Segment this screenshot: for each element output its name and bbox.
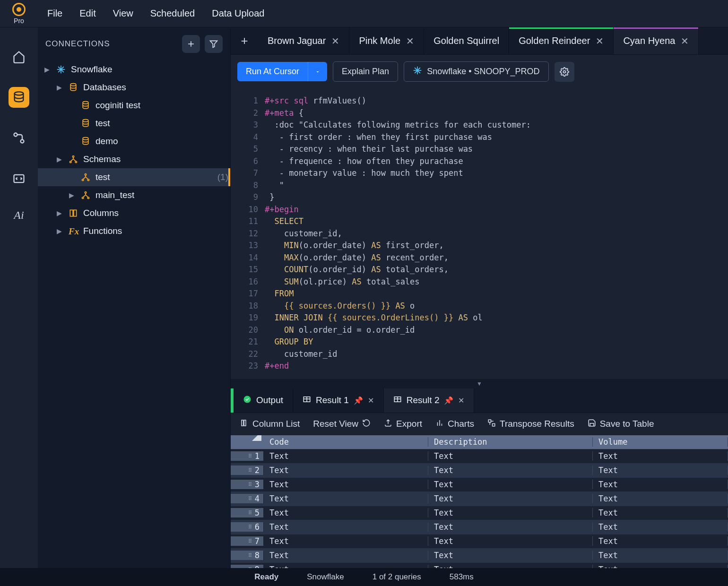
tree-item-schemas[interactable]: ▶ Schemas (38, 150, 230, 168)
code-line[interactable]: ON ol.order_id = o.order_id (265, 324, 728, 336)
nav-home-icon[interactable] (9, 46, 29, 67)
table-cell[interactable]: Text (264, 451, 428, 461)
table-cell[interactable]: Text (428, 508, 593, 517)
column-header[interactable]: Code (264, 437, 428, 447)
menu-view[interactable]: View (113, 8, 133, 19)
close-icon[interactable]: ✕ (406, 35, 414, 47)
code-line[interactable]: #+src sql rfmValues() (265, 95, 728, 107)
table-row[interactable]: ⠿8TextTextText (231, 549, 728, 563)
table-cell[interactable]: Text (428, 451, 593, 461)
editor-tab[interactable]: Cyan Hyena✕ (614, 27, 699, 54)
nav-code-icon[interactable] (9, 168, 29, 189)
close-icon[interactable]: ✕ (331, 35, 339, 47)
column-header[interactable]: Description (428, 437, 593, 447)
table-cell[interactable]: Text (264, 494, 428, 503)
code-line[interactable]: :doc "Calculates following metrics for e… (265, 119, 728, 131)
table-row[interactable]: ⠿4TextTextText (231, 492, 728, 506)
code-line[interactable]: #+meta { (265, 107, 728, 120)
filter-button[interactable] (205, 35, 223, 53)
table-cell[interactable]: Text (593, 465, 728, 475)
result-tab[interactable]: Result 1📌✕ (293, 388, 384, 413)
close-icon[interactable]: ✕ (368, 396, 374, 405)
tree-item-functions[interactable]: ▶ Fx Functions (38, 222, 230, 240)
row-number[interactable]: ⠿8 (231, 551, 264, 560)
column-header[interactable]: Volume (593, 437, 728, 447)
close-icon[interactable]: ✕ (458, 396, 464, 405)
table-cell[interactable]: Text (264, 522, 428, 532)
table-cell[interactable]: Text (264, 536, 428, 546)
row-number[interactable]: ⠿9 (231, 565, 264, 568)
tree-item-demo[interactable]: demo (38, 132, 230, 150)
code-line[interactable]: #+begin (265, 204, 728, 216)
table-cell[interactable]: Text (264, 480, 428, 489)
table-cell[interactable]: Text (428, 536, 593, 546)
code-line[interactable]: MIN(o.order_date) AS first_order, (265, 240, 728, 252)
table-cell[interactable]: Text (428, 522, 593, 532)
code-line[interactable]: } (265, 191, 728, 204)
table-cell[interactable]: Text (593, 565, 728, 568)
row-number[interactable]: ⠿3 (231, 480, 264, 489)
table-cell[interactable]: Text (428, 494, 593, 503)
table-row[interactable]: ⠿7TextTextText (231, 534, 728, 549)
table-cell[interactable]: Text (593, 508, 728, 517)
nav-ai-icon[interactable]: Ai (14, 209, 24, 222)
table-cell[interactable]: Text (593, 494, 728, 503)
table-row[interactable]: ⠿6TextTextText (231, 520, 728, 534)
menu-file[interactable]: File (47, 8, 62, 19)
save-to-table-button[interactable]: Save to Table (588, 419, 654, 430)
nav-database-icon[interactable] (9, 87, 29, 108)
row-number[interactable]: ⠿2 (231, 465, 264, 475)
settings-button[interactable] (555, 62, 574, 82)
code-line[interactable]: #+end (265, 360, 728, 372)
tree-item-coginiti-test[interactable]: coginiti test (38, 96, 230, 114)
table-cell[interactable]: Text (264, 551, 428, 560)
table-cell[interactable]: Text (593, 451, 728, 461)
table-cell[interactable]: Text (428, 551, 593, 560)
run-dropdown[interactable] (308, 62, 327, 81)
table-cell[interactable]: Text (428, 480, 593, 489)
pane-splitter[interactable]: ▼ (231, 379, 728, 388)
table-cell[interactable]: Text (428, 465, 593, 475)
code-line[interactable]: " (265, 180, 728, 192)
editor-tab[interactable]: Golden Squirrel (424, 27, 509, 54)
transpose-results-button[interactable]: Transpose Results (487, 419, 574, 430)
code-line[interactable]: FROM (265, 288, 728, 300)
row-number[interactable]: ⠿7 (231, 536, 264, 546)
row-number[interactable]: ⠿6 (231, 522, 264, 532)
editor-tab[interactable]: Pink Mole✕ (349, 27, 424, 54)
code-line[interactable]: - recency : when their last purchase was (265, 143, 728, 155)
row-number[interactable]: ⠿5 (231, 508, 264, 517)
new-tab-button[interactable]: + (231, 27, 258, 54)
tree-item-test[interactable]: test (38, 114, 230, 132)
result-tab[interactable]: Result 2📌✕ (384, 388, 475, 413)
tree-item-main_test[interactable]: ▶ main_test (38, 186, 230, 204)
column-list-button[interactable]: Column List (240, 419, 300, 430)
connection-chip[interactable]: Snowflake • SNOOPY_PROD (404, 61, 548, 82)
table-cell[interactable]: Text (593, 536, 728, 546)
pin-icon[interactable]: 📌 (444, 396, 453, 405)
close-icon[interactable]: ✕ (681, 35, 689, 47)
code-line[interactable]: - monetary value : how much they spent (265, 167, 728, 180)
code-line[interactable]: customer_id, (265, 228, 728, 240)
table-cell[interactable]: Text (264, 508, 428, 517)
table-cell[interactable]: Text (264, 465, 428, 475)
nav-flow-icon[interactable] (9, 128, 29, 148)
code-line[interactable]: - first order : when they first purchase… (265, 131, 728, 144)
tree-item-databases[interactable]: ▶ Databases (38, 78, 230, 96)
charts-button[interactable]: Charts (435, 419, 474, 430)
code-line[interactable]: {{ sources.Orders() }} AS o (265, 300, 728, 312)
code-line[interactable]: SELECT (265, 215, 728, 228)
run-button[interactable]: Run At Cursor (237, 62, 308, 81)
tree-item-test[interactable]: test (1) (38, 168, 230, 186)
result-tab[interactable]: Output (234, 388, 293, 413)
row-number[interactable]: ⠿1 (231, 451, 264, 461)
table-cell[interactable]: Text (593, 522, 728, 532)
export-button[interactable]: Export (384, 419, 422, 430)
code-line[interactable]: - frequence : how often they purachase (265, 155, 728, 168)
code-line[interactable]: GROUP BY (265, 336, 728, 348)
menu-edit[interactable]: Edit (79, 8, 95, 19)
table-row[interactable]: ⠿5TextTextText (231, 506, 728, 520)
table-row[interactable]: ⠿2TextTextText (231, 464, 728, 478)
explain-plan-button[interactable]: Explain Plan (333, 61, 398, 82)
row-number[interactable]: ⠿4 (231, 494, 264, 503)
